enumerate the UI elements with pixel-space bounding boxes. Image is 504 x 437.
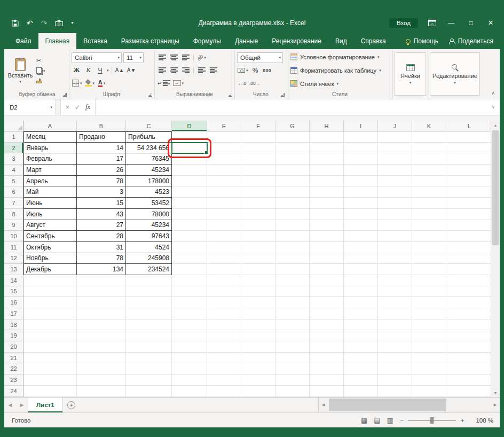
tab-review[interactable]: Рецензирование [265,33,328,49]
font-dialog-launcher-icon[interactable] [148,93,152,97]
cell-G19[interactable] [275,330,310,341]
cell-K4[interactable] [412,165,446,176]
cell-C1[interactable]: Прибыль [126,131,172,143]
clipboard-dialog-launcher-icon[interactable] [63,93,67,97]
decrease-font-size-button[interactable]: А▼ [127,65,137,75]
zoom-slider[interactable] [408,420,456,421]
row-header-17[interactable]: 17 [4,308,23,319]
cell-J11[interactable] [378,242,412,253]
cell-C18[interactable] [126,319,172,331]
cell-H14[interactable] [310,275,344,286]
cell-K18[interactable] [412,319,446,331]
cell-L7[interactable] [446,198,491,209]
cell-L4[interactable] [446,165,491,176]
cell-C9[interactable]: 45234 [126,220,172,231]
cell-E5[interactable] [207,176,241,187]
cell-C10[interactable]: 97643 [126,231,172,242]
conditional-formatting-button[interactable]: Условное форматирование ▾ [289,52,390,62]
cell-F18[interactable] [241,319,275,331]
cell-H2[interactable] [310,143,344,154]
zoom-level[interactable]: 100 % [471,417,493,424]
column-header-D[interactable]: D [172,121,207,131]
sign-in-button[interactable]: Вход [389,18,418,28]
merge-center-button[interactable]: ↔▾ [172,78,185,88]
cell-D12[interactable] [172,253,207,264]
cell-E24[interactable] [207,386,241,397]
cell-D22[interactable] [172,363,207,374]
cell-J17[interactable] [378,308,412,319]
cell-C4[interactable]: 45234 [126,165,172,176]
cell-E10[interactable] [207,231,241,242]
underline-caret-icon[interactable]: ▾ [107,68,109,72]
bold-button[interactable]: Ж [72,65,82,75]
cell-D1[interactable] [172,131,207,143]
cell-D7[interactable] [172,198,207,209]
row-header-2[interactable]: 2 [4,143,23,154]
cell-K21[interactable] [412,353,446,364]
cell-H9[interactable] [310,220,344,231]
cell-L21[interactable] [446,353,491,364]
cell-D17[interactable] [172,308,207,319]
cell-J20[interactable] [378,341,412,353]
cell-C21[interactable] [126,353,172,364]
cell-J23[interactable] [378,374,412,386]
vertical-scrollbar[interactable]: ▲ ▼ [491,121,500,397]
horizontal-scrollbar[interactable]: ◀ ▶ [318,397,500,412]
cell-L2[interactable] [446,143,491,154]
cell-E6[interactable] [207,186,241,198]
formula-input[interactable] [96,99,487,115]
cell-K11[interactable] [412,242,446,253]
cell-L9[interactable] [446,220,491,231]
row-header-22[interactable]: 22 [4,363,23,374]
cell-K10[interactable] [412,231,446,242]
cell-G11[interactable] [275,242,310,253]
cell-I8[interactable] [344,209,378,220]
cell-C12[interactable]: 245908 [126,253,172,264]
cell-C22[interactable] [126,363,172,374]
cell-L19[interactable] [446,330,491,341]
cell-I9[interactable] [344,220,378,231]
row-header-23[interactable]: 23 [4,374,23,386]
scroll-up-icon[interactable]: ▲ [491,121,500,129]
cell-I12[interactable] [344,253,378,264]
cell-G5[interactable] [275,176,310,187]
cell-C24[interactable] [126,386,172,397]
horizontal-scroll-thumb[interactable] [329,399,446,411]
number-dialog-launcher-icon[interactable] [281,93,285,97]
cell-F3[interactable] [241,153,275,165]
cell-I18[interactable] [344,319,378,331]
cell-B6[interactable]: 3 [77,186,126,198]
cell-A2[interactable]: Январь [23,143,77,154]
normal-view-icon[interactable]: ▦ [361,416,367,424]
cell-K9[interactable] [412,220,446,231]
cell-B24[interactable] [77,386,126,397]
cell-H3[interactable] [310,153,344,165]
cell-B7[interactable]: 15 [77,198,126,209]
cell-H24[interactable] [310,386,344,397]
cell-A11[interactable]: Октябрь [23,242,77,253]
cell-A3[interactable]: Февраль [23,153,77,165]
cell-styles-button[interactable]: Стили ячеек ▾ [289,79,390,89]
cell-G21[interactable] [275,353,310,364]
cell-E17[interactable] [207,308,241,319]
zoom-slider-thumb[interactable] [430,417,434,424]
cell-F1[interactable] [241,131,275,143]
cell-B17[interactable] [77,308,126,319]
cell-L1[interactable] [446,131,491,143]
cell-I2[interactable] [344,143,378,154]
row-header-10[interactable]: 10 [4,231,23,242]
cell-B9[interactable]: 27 [77,220,126,231]
cell-F13[interactable] [241,264,275,275]
cell-G13[interactable] [275,264,310,275]
cell-C5[interactable]: 178000 [126,176,172,187]
cell-F15[interactable] [241,286,275,298]
cell-E12[interactable] [207,253,241,264]
tab-help[interactable]: Справка [354,33,393,49]
cell-F7[interactable] [241,198,275,209]
select-all-corner[interactable] [4,121,23,131]
cell-H21[interactable] [310,353,344,364]
cell-K6[interactable] [412,186,446,198]
cell-A21[interactable] [23,353,77,364]
column-header-K[interactable]: K [412,121,446,131]
cell-L14[interactable] [446,275,491,286]
